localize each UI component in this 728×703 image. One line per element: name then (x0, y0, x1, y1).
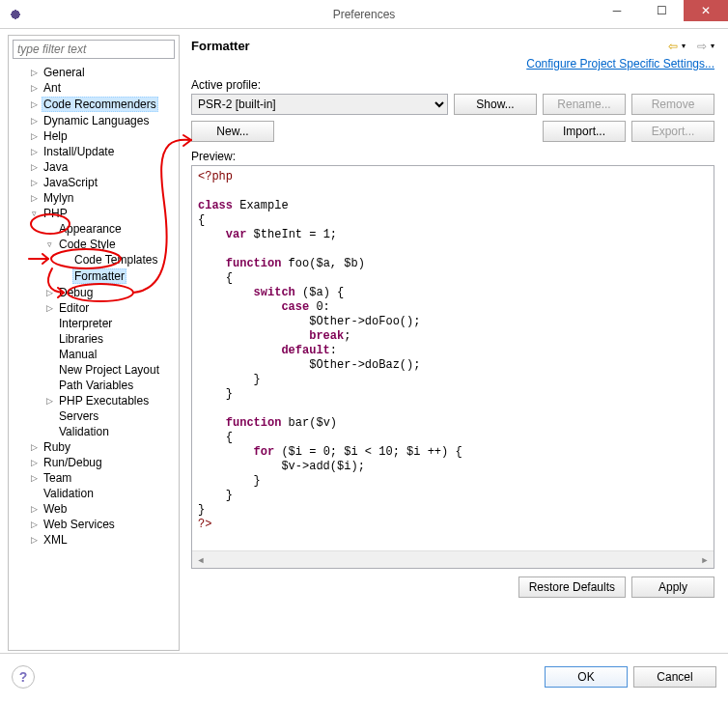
tree-item-php[interactable]: ▿PHP (9, 206, 179, 221)
chevron-right-icon[interactable]: ▷ (43, 287, 55, 298)
titlebar: Preferences ─ ☐ ✕ (0, 0, 728, 29)
tree-item-mylyn[interactable]: ▷Mylyn (9, 190, 179, 206)
preview-box: <?php class Example { var $theInt = 1; f… (191, 165, 714, 569)
tree-item-php-editor[interactable]: ▷Editor (9, 300, 179, 316)
export-button: Export... (631, 121, 714, 142)
window-controls: ─ ☐ ✕ (595, 0, 728, 21)
help-icon[interactable]: ? (12, 665, 35, 689)
close-button[interactable]: ✕ (684, 0, 728, 21)
page-title: Formatter (191, 39, 250, 53)
active-profile-label: Active profile: (191, 78, 714, 92)
tree-item-php-path-variables[interactable]: Path Variables (9, 378, 179, 393)
chevron-right-icon[interactable]: ▷ (28, 503, 40, 515)
import-button[interactable]: Import... (543, 121, 626, 142)
back-menu-icon[interactable]: ▾ (682, 42, 686, 50)
chevron-right-icon[interactable]: ▷ (28, 130, 40, 142)
chevron-right-icon[interactable]: ▷ (28, 472, 40, 484)
tree-item-php-formatter[interactable]: Formatter (9, 267, 179, 285)
tree-item-java[interactable]: ▷Java (9, 159, 179, 175)
preview-code: <?php class Example { var $theInt = 1; f… (192, 166, 714, 550)
main-panel: Formatter ⇦▾ ⇨▾ Configure Project Specif… (183, 35, 720, 651)
tree-item-php-libraries[interactable]: Libraries (9, 331, 179, 347)
chevron-right-icon[interactable]: ▷ (28, 67, 40, 78)
cancel-button[interactable]: Cancel (633, 666, 716, 688)
tree-item-php-servers[interactable]: Servers (9, 408, 179, 424)
tree-item-code-recommenders[interactable]: ▷Code Recommenders (9, 96, 179, 113)
app-icon (8, 7, 23, 22)
chevron-right-icon[interactable]: ▷ (28, 534, 40, 546)
tree-item-general[interactable]: ▷General (9, 65, 179, 80)
back-button[interactable]: ⇦ (668, 40, 678, 53)
tree-item-team[interactable]: ▷Team (9, 470, 179, 486)
tree-item-run-debug[interactable]: ▷Run/Debug (9, 455, 179, 470)
chevron-down-icon[interactable]: ▿ (28, 208, 40, 219)
tree-item-ruby[interactable]: ▷Ruby (9, 439, 179, 455)
chevron-down-icon[interactable]: ▿ (43, 239, 55, 250)
chevron-right-icon[interactable]: ▷ (28, 115, 40, 127)
forward-button[interactable]: ⇨ (697, 40, 707, 53)
tree-item-javascript[interactable]: ▷JavaScript (9, 175, 179, 190)
minimize-button[interactable]: ─ (595, 0, 639, 21)
nav-history: ⇦▾ ⇨▾ (668, 40, 714, 53)
chevron-right-icon[interactable]: ▷ (28, 519, 40, 530)
tree-item-dynamic-languages[interactable]: ▷Dynamic Languages (9, 113, 179, 128)
chevron-right-icon[interactable]: ▷ (28, 98, 40, 110)
window-title: Preferences (333, 8, 396, 21)
tree-item-php-validation[interactable]: Validation (9, 424, 179, 439)
filter-input[interactable] (13, 40, 175, 59)
show-button[interactable]: Show... (454, 94, 537, 115)
configure-project-link[interactable]: Configure Project Specific Settings... (526, 57, 714, 70)
chevron-right-icon[interactable]: ▷ (28, 161, 40, 173)
horizontal-scrollbar[interactable]: ◄► (192, 550, 714, 568)
tree-item-php-debug[interactable]: ▷Debug (9, 285, 179, 300)
preview-label: Preview: (191, 150, 714, 163)
chevron-right-icon[interactable]: ▷ (43, 302, 55, 314)
tree-item-php-appearance[interactable]: Appearance (9, 221, 179, 237)
chevron-right-icon[interactable]: ▷ (28, 82, 40, 94)
tree-item-web-services[interactable]: ▷Web Services (9, 517, 179, 532)
tree-item-php-interpreter[interactable]: Interpreter (9, 316, 179, 331)
tree-item-php-code-templates[interactable]: Code Templates (9, 252, 179, 267)
remove-button: Remove (631, 94, 714, 115)
tree-item-help[interactable]: ▷Help (9, 128, 179, 144)
maximize-button[interactable]: ☐ (639, 0, 684, 21)
chevron-right-icon[interactable]: ▷ (28, 146, 40, 157)
tree-item-web[interactable]: ▷Web (9, 501, 179, 517)
tree-item-ant[interactable]: ▷Ant (9, 80, 179, 96)
chevron-right-icon[interactable]: ▷ (28, 441, 40, 453)
forward-menu-icon[interactable]: ▾ (711, 42, 714, 50)
preferences-tree[interactable]: ▷General ▷Ant ▷Code Recommenders ▷Dynami… (9, 63, 179, 650)
new-button[interactable]: New... (191, 121, 274, 142)
apply-button[interactable]: Apply (631, 576, 714, 598)
active-profile-select[interactable]: PSR-2 [built-in] (191, 94, 448, 115)
tree-item-php-executables[interactable]: ▷PHP Executables (9, 393, 179, 408)
chevron-right-icon[interactable]: ▷ (28, 177, 40, 188)
chevron-right-icon[interactable]: ▷ (28, 457, 40, 468)
tree-item-php-manual[interactable]: Manual (9, 347, 179, 362)
rename-button: Rename... (543, 94, 626, 115)
dialog-footer: ? OK Cancel (0, 653, 728, 699)
tree-item-php-new-project-layout[interactable]: New Project Layout (9, 362, 179, 378)
tree-item-php-code-style[interactable]: ▿Code Style (9, 237, 179, 252)
chevron-right-icon[interactable]: ▷ (43, 395, 55, 407)
tree-item-xml[interactable]: ▷XML (9, 532, 179, 548)
chevron-right-icon[interactable]: ▷ (28, 192, 40, 204)
tree-item-install-update[interactable]: ▷Install/Update (9, 144, 179, 159)
restore-defaults-button[interactable]: Restore Defaults (518, 576, 626, 598)
preferences-sidebar: ▷General ▷Ant ▷Code Recommenders ▷Dynami… (8, 35, 180, 651)
tree-item-validation[interactable]: Validation (9, 486, 179, 501)
ok-button[interactable]: OK (545, 666, 628, 688)
